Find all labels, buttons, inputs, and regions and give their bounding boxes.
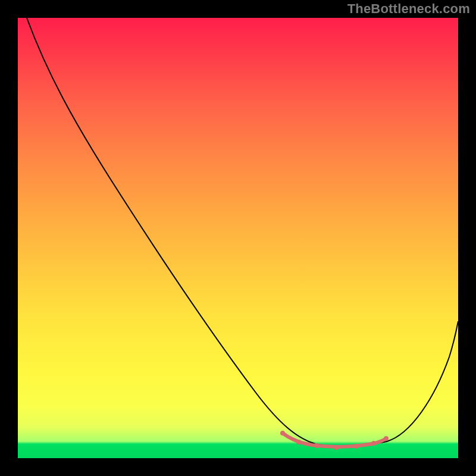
bottleneck-curve [27,18,458,447]
chart-area [18,18,458,458]
chart-svg [18,18,458,458]
marker-dot [334,445,339,450]
watermark-text: TheBottleneck.com [347,1,470,17]
marker-dot [371,441,376,446]
marker-dot [314,443,319,448]
marker-dot [280,431,285,436]
marker-dot [384,436,389,441]
marker-dot [296,440,301,444]
marker-dot [353,444,358,449]
